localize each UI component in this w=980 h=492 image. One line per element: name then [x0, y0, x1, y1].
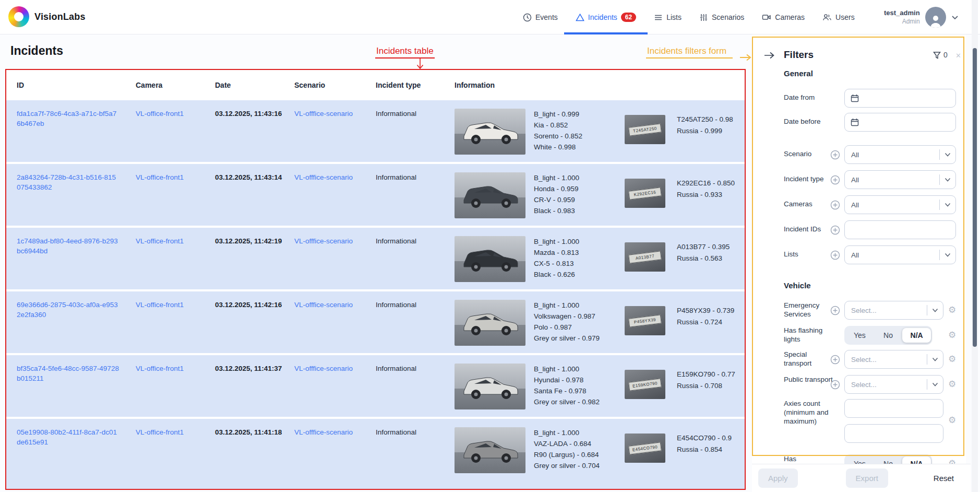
user-menu[interactable]: test_admin Admin [884, 0, 959, 34]
date-before-input-wrap [844, 113, 956, 132]
attribute-line: Hyundai - 0.978 [534, 374, 616, 385]
vehicle-photo[interactable] [455, 109, 525, 155]
lists-select[interactable]: All [844, 245, 956, 264]
incident-id-link[interactable]: 05e19908-80b2-411f-8ca7-dc01de615e91 [17, 428, 117, 446]
chevron-down-icon[interactable] [951, 15, 959, 20]
camera-link[interactable]: VL-office-front1 [136, 428, 184, 436]
nav-item-cameras[interactable]: Cameras [762, 0, 805, 34]
license-plate-photo[interactable]: T245AT250 [625, 115, 665, 144]
plus-circle-icon[interactable] [830, 150, 840, 160]
axles-min-input-wrap [844, 399, 943, 418]
reset-button[interactable]: Reset [930, 468, 957, 488]
date-from-input[interactable] [845, 89, 955, 107]
brand-logo[interactable]: VisionLabs [8, 6, 86, 27]
calendar-icon[interactable] [851, 94, 859, 102]
gear-icon[interactable]: ⚙ [948, 416, 956, 425]
option-na[interactable]: N/A [902, 328, 931, 343]
plus-circle-icon[interactable] [830, 225, 840, 235]
avatar[interactable] [925, 7, 946, 28]
nav-item-incidents[interactable]: Incidents 62 [576, 0, 636, 34]
vehicle-photo[interactable] [455, 364, 525, 409]
close-icon[interactable]: ✕ [955, 52, 961, 60]
gear-icon[interactable]: ⚙ [948, 355, 956, 364]
incident-id-link[interactable]: bf35ca74-5fe6-48cc-9587-49728b015211 [17, 365, 119, 382]
export-button[interactable]: Export [846, 468, 888, 488]
incident-id-link[interactable]: 1c7489ad-bf80-4eed-8976-b293bc6944bd [17, 237, 118, 255]
option-yes[interactable]: Yes [845, 328, 874, 343]
gear-icon[interactable]: ⚙ [948, 380, 956, 389]
vehicle-attributes: B_light - 1.000 Mazda - 0.813 CX-5 - 0.8… [534, 236, 616, 280]
plate-line: Russia - 0.999 [677, 125, 737, 137]
gear-icon[interactable]: ⚙ [948, 306, 956, 315]
page-scrollbar[interactable] [972, 0, 978, 492]
plus-circle-icon[interactable] [830, 250, 840, 260]
nav-item-scenarios[interactable]: Scenarios [699, 0, 744, 34]
incident-id-link[interactable]: 2a843264-728b-4c31-b516-815075433862 [17, 173, 116, 191]
license-plate-photo[interactable]: E454CO790 [625, 434, 665, 463]
scenario-link[interactable]: VL-offfice-scenario [294, 173, 353, 181]
camera-link[interactable]: VL-office-front1 [136, 365, 184, 372]
clock-icon [523, 13, 532, 22]
scenario-link[interactable]: VL-offfice-scenario [294, 365, 353, 372]
attribute-line: B_light - 1.000 [534, 172, 616, 183]
attribute-line: White - 0.998 [534, 142, 616, 153]
camera-link[interactable]: VL-office-front1 [136, 110, 184, 118]
plus-circle-icon[interactable] [830, 306, 840, 315]
license-plate-photo[interactable]: P458YX39 [625, 306, 665, 335]
camera-link[interactable]: VL-office-front1 [136, 173, 184, 181]
license-plate-photo[interactable]: A013B77 [625, 242, 665, 272]
emergency-services-select[interactable]: Select... [844, 301, 943, 320]
calendar-icon[interactable] [851, 118, 859, 126]
incident-ids-input[interactable] [845, 221, 955, 239]
scenario-link[interactable]: VL-offfice-scenario [294, 301, 353, 309]
special-transport-select[interactable]: Select... [844, 350, 943, 369]
column-header-camera: Camera [136, 81, 215, 89]
chevron-down-icon [945, 203, 951, 207]
plate-line: K292EC16 - 0.850 [677, 178, 737, 189]
plus-circle-icon[interactable] [830, 355, 840, 365]
collapse-panel-arrow-icon[interactable] [764, 52, 774, 59]
axles-max-input[interactable] [845, 425, 943, 442]
filters-footer: Apply Export Reset [752, 464, 971, 492]
emergency-services-placeholder: Select... [845, 307, 927, 314]
plus-circle-icon[interactable] [830, 175, 840, 185]
scenario-select[interactable]: All [844, 145, 956, 164]
plate-line: T245AT250 - 0.98 [677, 114, 737, 125]
table-header-row: ID Camera Date Scenario Incident type In… [6, 70, 745, 100]
incident-type-select[interactable]: All [844, 170, 956, 189]
camera-link[interactable]: VL-office-front1 [136, 237, 184, 245]
lists-select-value: All [845, 251, 939, 259]
vehicle-photo[interactable] [455, 427, 525, 473]
nav-item-users[interactable]: Users [822, 0, 855, 34]
camera-link[interactable]: VL-office-front1 [136, 301, 184, 309]
scenario-link[interactable]: VL-offfice-scenario [294, 110, 353, 118]
license-plate-photo[interactable]: E159KO790 [625, 370, 665, 399]
plus-circle-icon[interactable] [830, 200, 840, 210]
incident-id-link[interactable]: fda1ca7f-78c6-4ca3-a71c-bf5a76b467eb [17, 110, 116, 127]
apply-button[interactable]: Apply [758, 468, 798, 488]
vehicle-photo[interactable] [455, 236, 525, 282]
option-no[interactable]: No [874, 328, 903, 343]
date-from-input-wrap [844, 89, 956, 108]
column-header-date: Date [215, 81, 294, 89]
vehicle-photo[interactable] [455, 300, 525, 346]
incident-type: Informational [376, 364, 455, 417]
scenario-link[interactable]: VL-offfice-scenario [294, 237, 353, 245]
axles-min-input[interactable] [845, 400, 943, 417]
nav-item-events[interactable]: Events [523, 0, 558, 34]
scrollbar-thumb[interactable] [973, 48, 977, 347]
gear-icon[interactable]: ⚙ [948, 331, 956, 340]
license-plate-number: E159KO790 [628, 378, 662, 391]
nav-item-lists[interactable]: Lists [654, 0, 682, 34]
cameras-select[interactable]: All [844, 195, 956, 214]
incident-id-link[interactable]: 69e366d6-2875-403c-af0a-e9532e2fa360 [17, 301, 118, 319]
vehicle-photo[interactable] [455, 172, 525, 218]
public-transport-select[interactable]: Select... [844, 375, 943, 394]
vehicle-attributes: B_light - 1.000 Honda - 0.959 CR-V - 0.9… [534, 172, 616, 216]
section-vehicle: Vehicle [784, 281, 811, 290]
date-before-input[interactable] [845, 113, 955, 131]
license-plate-photo[interactable]: K292EC16 [625, 179, 665, 208]
sliders-icon [699, 13, 708, 22]
plus-circle-icon[interactable] [830, 380, 840, 390]
scenario-link[interactable]: VL-offfice-scenario [294, 428, 353, 436]
